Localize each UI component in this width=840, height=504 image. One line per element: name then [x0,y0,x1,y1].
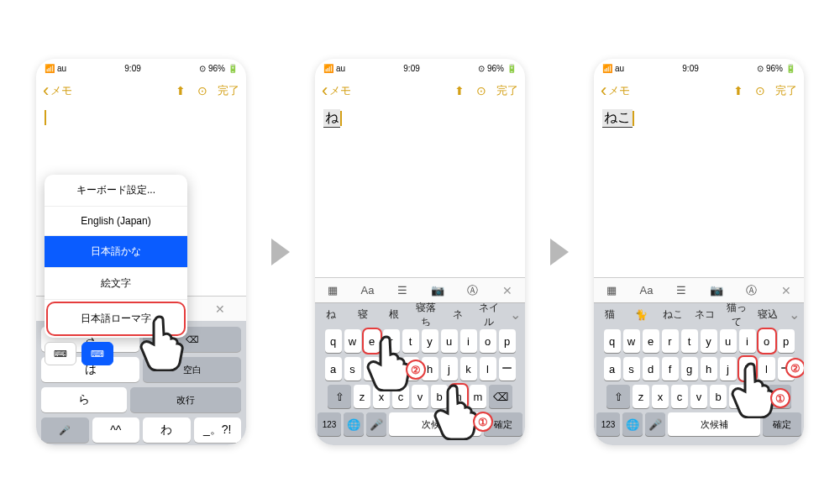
expand-suggestions-icon[interactable]: ⌄ [505,307,525,323]
key-c[interactable]: c [392,385,409,408]
key-w[interactable]: w [623,329,640,353]
menu-kana[interactable]: 日本語かな [45,236,187,268]
key-i[interactable]: i [460,329,477,353]
key-b[interactable]: b [710,385,727,408]
share-icon[interactable]: ⬆ [174,84,187,97]
key-v[interactable]: v [690,385,707,408]
key-c[interactable]: c [671,385,688,408]
key-h[interactable]: h [701,357,717,381]
done-button[interactable]: 完了 [218,83,239,98]
key-w[interactable]: w [344,329,361,353]
suggestion[interactable]: 猫 [594,307,626,322]
key-l[interactable]: l [480,357,496,381]
key-m[interactable]: m [748,385,765,408]
more-icon[interactable]: ⊙ [753,84,767,97]
back-button[interactable]: メモ [601,80,630,102]
key-b[interactable]: b [431,385,448,408]
share-icon[interactable]: ⬆ [453,84,466,97]
note-editor[interactable]: ねこ [594,104,804,277]
table-icon[interactable]: ▦ [602,281,621,300]
mic-key[interactable]: 🎤 [366,412,386,436]
key-i[interactable]: i [739,329,756,353]
key-dash[interactable]: ー [499,357,516,381]
key-x[interactable]: x [373,385,390,408]
key-o[interactable]: o [759,329,775,353]
note-editor[interactable]: ね [315,104,525,277]
key-f[interactable]: f [662,357,679,381]
space-key[interactable]: 次候補 [668,412,760,436]
key-r[interactable]: r [383,329,400,353]
mic-key[interactable]: 🎤 [41,417,89,443]
key-s[interactable]: s [344,357,361,381]
key-p[interactable]: p [778,329,795,353]
camera-icon[interactable]: 📷 [428,281,447,300]
close-icon[interactable]: ✕ [498,281,517,300]
key-k[interactable]: k [739,357,756,381]
close-icon[interactable]: ✕ [777,281,795,300]
keyboard-icon-selected[interactable]: ⌨ [81,342,113,365]
space-key[interactable]: 空白 [143,357,241,382]
return-key[interactable]: 確定 [763,412,801,436]
return-key[interactable]: 改行 [130,387,241,412]
key-y[interactable]: y [701,329,717,353]
done-button[interactable]: 完了 [496,83,518,98]
expand-suggestions-icon[interactable]: ⌄ [784,307,804,323]
kana-key[interactable]: _。?! [194,417,242,443]
numbers-key[interactable]: 123 [596,412,620,436]
shift-key[interactable]: ⇧ [606,385,630,408]
suggestion[interactable]: ネコ [689,307,721,322]
key-q[interactable]: q [604,329,621,353]
text-format-icon[interactable]: Aa [358,281,376,300]
key-d[interactable]: d [364,357,381,381]
mic-key[interactable]: 🎤 [645,412,665,436]
suggestion[interactable]: 🐈 [626,309,658,321]
list-icon[interactable]: ☰ [393,281,412,300]
key-a[interactable]: a [604,357,621,381]
list-icon[interactable]: ☰ [672,281,690,300]
globe-key[interactable]: 🌐 [622,412,643,436]
suggestion[interactable]: ね [315,307,347,322]
keyboard-icon[interactable]: ⌨ [45,342,76,365]
backspace-key[interactable]: ⌫ [489,385,512,408]
more-icon[interactable]: ⊙ [196,84,209,97]
menu-keyboard-settings[interactable]: キーボード設定... [45,175,187,207]
numbers-key[interactable]: 123 [318,412,341,436]
globe-key[interactable]: 🌐 [344,412,364,436]
suggestion[interactable]: ネ [442,307,474,322]
suggestion[interactable]: ネイル [473,301,505,329]
kana-key[interactable]: ^^ [92,417,140,443]
key-k[interactable]: k [460,357,477,381]
key-m[interactable]: m [470,385,486,408]
key-z[interactable]: z [633,385,649,408]
key-e[interactable]: e [364,329,381,353]
back-button[interactable]: メモ [43,80,72,102]
key-p[interactable]: p [499,329,516,353]
key-j[interactable]: j [720,357,737,381]
share-icon[interactable]: ⬆ [732,84,745,97]
key-s[interactable]: s [623,357,640,381]
kana-key[interactable]: わ [143,417,191,443]
key-g[interactable]: g [681,357,698,381]
back-button[interactable]: メモ [322,80,351,102]
marker-icon[interactable]: Ⓐ [742,281,760,300]
kana-key[interactable]: ら [41,387,127,412]
table-icon[interactable]: ▦ [323,281,342,300]
key-n[interactable]: n [450,385,467,408]
key-t[interactable]: t [402,329,419,353]
key-e[interactable]: e [643,329,659,353]
shift-key[interactable]: ⇧ [328,385,351,408]
key-u[interactable]: u [441,329,458,353]
key-t[interactable]: t [681,329,698,353]
more-icon[interactable]: ⊙ [475,84,488,97]
key-y[interactable]: y [422,329,438,353]
suggestion[interactable]: 寝込 [752,307,784,322]
key-u[interactable]: u [720,329,737,353]
key-o[interactable]: o [480,329,496,353]
suggestion[interactable]: 寝 [347,307,379,322]
close-icon[interactable]: ✕ [211,300,229,318]
key-a[interactable]: a [325,357,342,381]
suggestion[interactable]: ねこ [657,307,689,322]
key-f[interactable]: f [383,357,400,381]
space-key[interactable]: 次候補 [389,412,481,436]
suggestion[interactable]: 根 [378,307,410,322]
